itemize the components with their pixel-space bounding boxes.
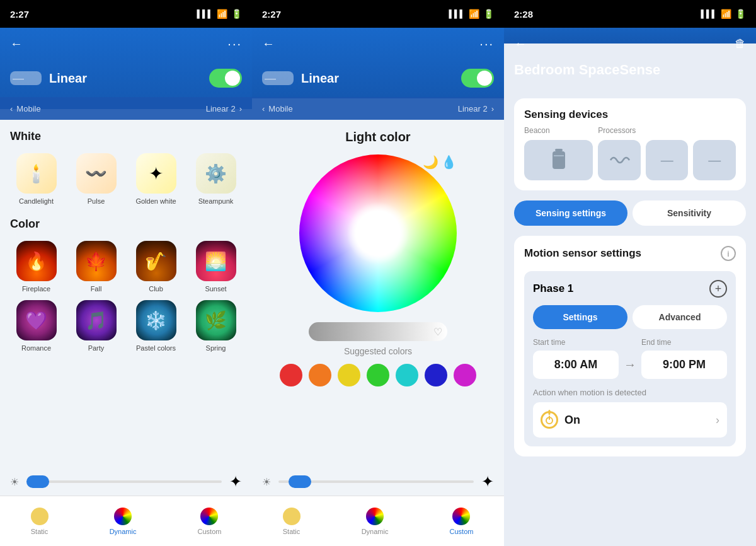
color-brightness-slider[interactable]: ♡ xyxy=(309,322,447,341)
toggle-switch-1[interactable] xyxy=(209,69,242,88)
color-dot-red[interactable] xyxy=(280,364,302,386)
battery-icon-3: 🔋 xyxy=(735,9,746,19)
content-area-1: White 🕯️ Candlelight 〰️ Pulse ✦ Golden w… xyxy=(0,120,252,468)
scene-fireplace[interactable]: 🔥 Fireplace xyxy=(10,241,62,293)
color-dot-green[interactable] xyxy=(367,364,389,386)
color-dot-yellow[interactable] xyxy=(338,364,360,386)
scene-candlelight[interactable]: 🕯️ Candlelight xyxy=(10,153,62,205)
settings-tab[interactable]: Settings xyxy=(533,305,627,329)
processor-card-signal[interactable] xyxy=(598,140,641,180)
action-row[interactable]: On › xyxy=(533,402,727,438)
chevron-left-icon-1: ‹ xyxy=(10,104,13,113)
color-wheel-wrapper[interactable]: 🌙 💧 xyxy=(299,154,457,312)
back-button-1[interactable]: ← xyxy=(10,37,23,51)
color-dot-blue[interactable] xyxy=(425,364,447,386)
scene-spring[interactable]: 🌿 Spring xyxy=(190,300,242,352)
color-wheel[interactable] xyxy=(299,154,457,312)
sensing-devices-grid: Beacon Processors xyxy=(524,126,736,180)
device-icon-2: — xyxy=(262,71,294,85)
romance-label: Romance xyxy=(21,344,51,352)
sensing-settings-tab[interactable]: Sensing settings xyxy=(514,200,627,226)
brightness-slider-2[interactable] xyxy=(278,480,474,483)
toggle-switch-2[interactable] xyxy=(461,69,494,88)
chevron-right-icon-1: › xyxy=(239,104,242,113)
static-label-1: Static xyxy=(31,528,49,535)
tab-dynamic-1[interactable]: Dynamic xyxy=(110,508,137,535)
scene-pastel[interactable]: ❄️ Pastel colors xyxy=(130,300,182,352)
brightness-slider-1[interactable] xyxy=(26,480,222,483)
breadcrumb-mobile-1[interactable]: Mobile xyxy=(16,104,40,113)
trash-button[interactable]: 🗑 xyxy=(735,37,746,50)
action-left: On xyxy=(541,411,580,429)
dynamic-icon-2 xyxy=(366,508,384,525)
custom-icon-1 xyxy=(200,508,218,525)
breadcrumb-linear2-1[interactable]: Linear 2 xyxy=(206,104,236,113)
more-button-2[interactable]: ··· xyxy=(479,37,494,51)
color-section-title: Color xyxy=(10,218,242,231)
golden-white-icon: ✦ xyxy=(136,153,176,194)
brightness-slider-thumb-2[interactable] xyxy=(289,475,311,488)
signal-icon-3: ▌▌▌ xyxy=(701,9,717,18)
phase-tabs: Settings Advanced xyxy=(533,305,727,329)
wifi-icon-2: 📶 xyxy=(469,9,479,19)
fireplace-icon: 🔥 xyxy=(16,241,57,281)
scene-golden-white[interactable]: ✦ Golden white xyxy=(130,153,182,205)
bottom-toolbar-2: Static Dynamic Custom xyxy=(252,496,504,546)
spring-label: Spring xyxy=(206,344,226,352)
color-dot-cyan[interactable] xyxy=(396,364,418,386)
scene-pulse[interactable]: 〰️ Pulse xyxy=(70,153,122,205)
white-scene-grid: 🕯️ Candlelight 〰️ Pulse ✦ Golden white ⚙… xyxy=(10,153,242,205)
color-dot-orange[interactable] xyxy=(309,364,331,386)
back-button-2[interactable]: ← xyxy=(262,37,275,51)
tab-static-2[interactable]: Static xyxy=(283,508,301,535)
advanced-tab[interactable]: Advanced xyxy=(633,305,727,329)
brightness-high-icon-2: ✦ xyxy=(481,473,494,491)
back-button-3[interactable]: ← xyxy=(514,37,527,51)
panel-3: 2:28 ▌▌▌ 📶 🔋 ← 🗑 Bedroom SpaceSense Sens… xyxy=(504,0,756,546)
more-button-1[interactable]: ··· xyxy=(227,37,242,51)
tab-static-1[interactable]: Static xyxy=(31,508,49,535)
color-scene-grid: 🔥 Fireplace 🍁 Fall 🎷 Club 🌅 Sunset 💜 Rom… xyxy=(10,241,242,352)
processor-card-2[interactable]: — xyxy=(693,140,736,180)
processor-card-1[interactable]: — xyxy=(646,140,689,180)
breadcrumb-linear2-2[interactable]: Linear 2 xyxy=(458,104,488,113)
heart-icon[interactable]: ♡ xyxy=(433,326,442,338)
custom-icon-2 xyxy=(452,508,470,525)
scene-romance[interactable]: 💜 Romance xyxy=(10,300,62,352)
beacon-card[interactable] xyxy=(524,140,593,180)
dynamic-island-2 xyxy=(346,5,410,23)
action-label: Action when motion is detected xyxy=(533,388,727,397)
action-text: On xyxy=(564,414,580,427)
scene-sunset[interactable]: 🌅 Sunset xyxy=(190,241,242,293)
scene-fall[interactable]: 🍁 Fall xyxy=(70,241,122,293)
color-dot-magenta[interactable] xyxy=(454,364,476,386)
sensitivity-tab[interactable]: Sensitivity xyxy=(633,200,746,226)
chevron-right-icon-2: › xyxy=(491,104,494,113)
scene-club[interactable]: 🎷 Club xyxy=(130,241,182,293)
end-time-value[interactable]: 9:00 PM xyxy=(641,351,727,379)
phase-add-button[interactable]: + xyxy=(709,280,727,298)
breadcrumb-mobile-2[interactable]: Mobile xyxy=(268,104,292,113)
breadcrumb-1: ‹ Mobile Linear 2 › xyxy=(0,97,252,120)
brightness-low-icon-2: ☀ xyxy=(262,476,271,488)
status-time-2: 2:27 xyxy=(262,9,281,20)
info-icon[interactable]: i xyxy=(721,246,736,261)
static-icon-2 xyxy=(283,508,301,525)
candlelight-icon: 🕯️ xyxy=(16,153,57,194)
device-name-2: Linear xyxy=(301,71,339,86)
brightness-slider-thumb[interactable] xyxy=(26,475,49,488)
suggested-colors-section: Suggested colors xyxy=(252,346,504,386)
beacon-bottle-icon xyxy=(549,148,569,173)
scene-steampunk[interactable]: ⚙️ Steampunk xyxy=(190,153,242,205)
tab-custom-2[interactable]: Custom xyxy=(450,508,474,535)
wifi-icon-3: 📶 xyxy=(721,9,731,19)
sensitivity-label: Sensitivity xyxy=(667,208,711,218)
scene-party[interactable]: 🎵 Party xyxy=(70,300,122,352)
dynamic-label-2: Dynamic xyxy=(362,528,389,535)
action-section: Action when motion is detected On › xyxy=(533,388,727,438)
spring-icon: 🌿 xyxy=(196,300,236,340)
suggested-title: Suggested colors xyxy=(262,346,494,356)
start-time-value[interactable]: 8:00 AM xyxy=(533,351,619,379)
tab-dynamic-2[interactable]: Dynamic xyxy=(362,508,389,535)
tab-custom-1[interactable]: Custom xyxy=(198,508,222,535)
